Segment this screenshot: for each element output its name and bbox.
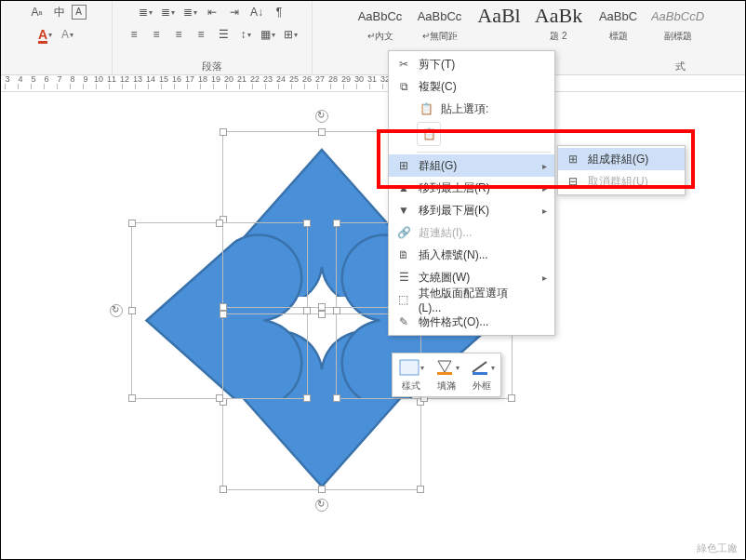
show-marks-button[interactable]: ¶ (269, 3, 289, 21)
styles-gallery[interactable]: AaBbCc↵內文AaBbCc↵無間距AaBlAaBk題 2AaBbC標題AaB… (349, 1, 710, 49)
ctx-group-label: 群組(G) (419, 158, 457, 174)
ctx-format-object[interactable]: ✎物件格式(O)... (389, 311, 554, 333)
decrease-indent-button[interactable]: ⇤ (202, 3, 222, 21)
phonetic-guide-button[interactable]: Aa (27, 3, 47, 21)
resize-handle[interactable] (318, 128, 326, 136)
resize-handle[interactable] (318, 486, 326, 493)
resize-handle[interactable] (508, 394, 515, 402)
mini-outline-button[interactable]: ▾ 外框 (469, 357, 495, 393)
fill-icon: ▾ (433, 357, 460, 378)
style-item[interactable]: AaBbCc↵內文 (351, 1, 410, 49)
resize-handle[interactable] (216, 220, 223, 227)
rotate-handle[interactable] (315, 110, 328, 123)
distribute-button[interactable]: ☰ (213, 25, 233, 44)
numbering-button[interactable]: ≣▾ (157, 3, 178, 21)
layout-icon: ⬚ (394, 291, 413, 308)
ctx-group[interactable]: ⊞群組(G)▸ (389, 154, 554, 177)
align-left-button[interactable]: ≡ (124, 25, 144, 44)
ctx-bring-front[interactable]: ▲移到最上層(R)▸ (389, 177, 554, 199)
rotate-handle[interactable] (315, 499, 328, 512)
style-item[interactable]: AaBk題 2 (529, 1, 589, 49)
resize-handle[interactable] (318, 303, 326, 311)
ruler-tick (57, 84, 70, 89)
style-item[interactable]: AaBbC標題 (589, 1, 648, 49)
submenu-ungroup: ⊟取消群組(U) (558, 170, 685, 193)
sort-button[interactable]: A↓ (246, 3, 267, 21)
resize-handle[interactable] (216, 394, 223, 402)
ctx-copy[interactable]: ⧉複製(C) (389, 75, 554, 98)
style-item[interactable]: AaBbCcD副標題 (648, 1, 708, 49)
style-item[interactable]: AaBbCc↵無間距 (410, 1, 470, 49)
resize-handle[interactable] (220, 486, 227, 493)
link-icon: 🔗 (394, 224, 413, 241)
resize-handle[interactable] (417, 486, 424, 493)
ruler-tick (109, 84, 122, 89)
ribbon: Aa 中 A A▾ A▾ ≣▾ ≣▾ ≣▾ ⇤ ⇥ A↓ ¶ ≡ ≡ ≡ ≡ ☰… (1, 1, 745, 75)
resize-handle[interactable] (318, 311, 326, 318)
ruler-tick (44, 84, 57, 89)
align-right-button[interactable]: ≡ (168, 25, 189, 44)
paste-option-button[interactable]: 📋 (417, 122, 441, 146)
style-item[interactable]: AaBl (470, 1, 529, 49)
ruler-tick (148, 84, 161, 89)
ctx-send-back-label: 移到最下層(K) (419, 203, 489, 219)
ruler-tick (83, 84, 96, 89)
resize-handle[interactable] (303, 307, 311, 314)
resize-handle[interactable] (128, 394, 136, 402)
resize-handle[interactable] (333, 307, 340, 314)
enclose-chars-button[interactable]: A (72, 5, 87, 20)
ctx-bring-front-label: 移到最上層(R) (419, 180, 490, 196)
character-border-button[interactable]: 中 (49, 3, 70, 21)
scissors-icon: ✂ (394, 56, 413, 73)
watermark: 綠色工廠 (697, 541, 738, 555)
ctx-format-label: 物件格式(O)... (419, 314, 488, 330)
ruler-tick (135, 84, 148, 89)
borders-button[interactable]: ⊞▾ (280, 25, 300, 44)
highlight-button[interactable]: A▾ (58, 25, 78, 44)
paragraph-group-label: 段落 (202, 60, 222, 73)
ctx-insert-caption[interactable]: 🗎插入標號(N)... (389, 244, 554, 266)
style-icon: ▾ (398, 357, 424, 378)
multilevel-button[interactable]: ≣▾ (180, 3, 200, 21)
ctx-send-back[interactable]: ▼移到最下層(K)▸ (389, 199, 554, 221)
align-center-button[interactable]: ≡ (146, 25, 167, 44)
style-preview: AaBbC (592, 4, 646, 28)
selection-box[interactable] (131, 222, 308, 399)
rotate-handle[interactable] (110, 304, 123, 317)
resize-handle[interactable] (220, 128, 227, 136)
resize-handle[interactable] (128, 220, 136, 227)
mini-style-label: 樣式 (398, 380, 424, 393)
submenu-group-label: 組成群組(G) (588, 152, 648, 167)
line-spacing-button[interactable]: ↕▾ (235, 25, 256, 44)
resize-handle[interactable] (303, 394, 311, 402)
clipboard-icon: 📋 (417, 100, 435, 117)
copy-icon: ⧉ (394, 78, 413, 95)
ruler-tick (369, 84, 382, 89)
horizontal-ruler[interactable] (1, 75, 745, 92)
submenu-group[interactable]: ⊞組成群組(G) (558, 148, 685, 170)
increase-indent-button[interactable]: ⇥ (224, 3, 245, 21)
ctx-layout-options[interactable]: ⬚其他版面配置選項(L)... (389, 288, 554, 311)
paragraph-group: ≣▾ ≣▾ ≣▾ ⇤ ⇥ A↓ ¶ ≡ ≡ ≡ ≡ ☰ ↕▾ ▦▾ ⊞▾ 段落 (113, 1, 313, 75)
resize-handle[interactable] (128, 307, 136, 314)
mini-style-button[interactable]: ▾ 樣式 (398, 357, 424, 393)
mini-fill-button[interactable]: ▾ 填滿 (433, 357, 460, 393)
resize-handle[interactable] (333, 220, 340, 227)
svg-rect-1 (437, 372, 452, 375)
ruler-tick (122, 84, 135, 89)
resize-handle[interactable] (303, 220, 311, 227)
shading-button[interactable]: ▦▾ (258, 25, 278, 44)
ruler-tick (31, 84, 44, 89)
ctx-cut[interactable]: ✂剪下(T) (389, 53, 554, 75)
font-color-button[interactable]: A▾ (35, 25, 56, 44)
svg-rect-2 (473, 372, 487, 375)
resize-handle[interactable] (333, 394, 340, 402)
send-back-icon: ▼ (394, 202, 413, 219)
outline-icon: ▾ (469, 357, 495, 378)
bring-front-icon: ▲ (394, 180, 413, 196)
ctx-layout-label: 其他版面配置選項(L)... (419, 286, 528, 314)
bullets-button[interactable]: ≣▾ (135, 3, 155, 21)
justify-button[interactable]: ≡ (191, 25, 211, 44)
mini-outline-label: 外框 (469, 380, 495, 393)
style-name-label: 題 2 (532, 30, 586, 43)
